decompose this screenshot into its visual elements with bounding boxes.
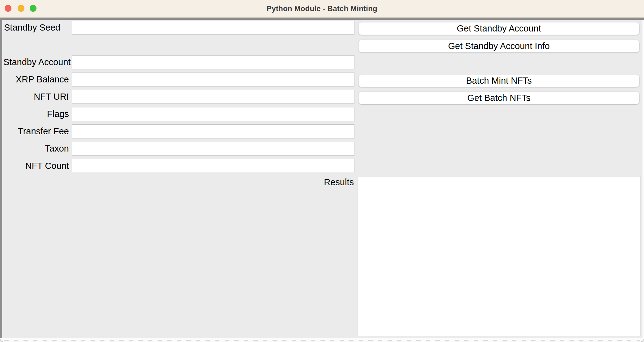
get-standby-account-info-button[interactable]: Get Standby Account Info [358,40,639,52]
nft-uri-label: NFT URI [3,90,69,104]
nft-count-label: NFT Count [3,159,69,173]
standby-seed-label: Standby Seed [3,21,70,35]
flags-label: Flags [3,107,69,121]
standby-account-input[interactable] [72,55,354,69]
window-chrome-top [0,18,644,20]
get-standby-account-button[interactable]: Get Standby Account [358,22,639,35]
results-label: Results [230,177,354,187]
window-bottom-edge [4,340,640,341]
close-button[interactable] [5,5,11,12]
taxon-label: Taxon [3,142,69,156]
standby-account-label: Standby Account [3,55,69,69]
transfer-fee-input[interactable] [72,124,354,138]
content-frame: Standby Seed Standby Account XRP Balance… [2,20,642,338]
window-chrome-left [0,18,2,338]
batch-mint-nfts-button[interactable]: Batch Mint NFTs [358,74,639,87]
window-title: Python Module - Batch Minting [0,0,644,17]
nft-count-input[interactable] [72,159,354,173]
zoom-button[interactable] [30,5,36,12]
get-batch-nfts-button[interactable]: Get Batch NFTs [358,92,639,104]
flags-input[interactable] [72,107,354,121]
transfer-fee-label: Transfer Fee [3,124,69,138]
results-textarea[interactable] [358,176,641,336]
xrp-balance-input[interactable] [72,73,354,86]
titlebar: Python Module - Batch Minting [0,0,644,18]
taxon-input[interactable] [72,142,354,156]
nft-uri-input[interactable] [72,90,354,104]
xrp-balance-label: XRP Balance [3,73,69,86]
standby-seed-input[interactable] [72,21,354,35]
app-window: Python Module - Batch Minting Standby Se… [0,0,644,342]
minimize-button[interactable] [18,5,24,12]
